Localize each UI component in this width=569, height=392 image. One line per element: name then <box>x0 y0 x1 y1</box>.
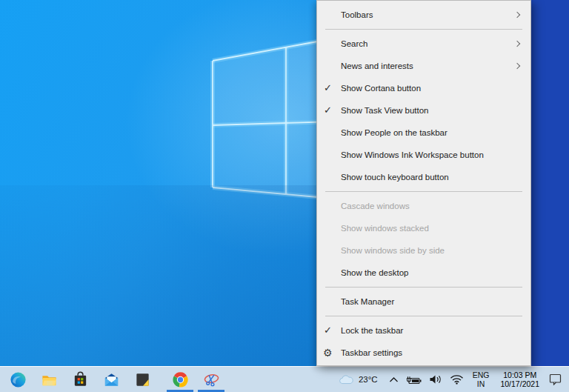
wifi-icon <box>450 374 464 385</box>
taskbar-app-sticky-notes[interactable] <box>127 367 158 392</box>
volume-control[interactable] <box>425 367 446 392</box>
submenu-arrow-icon <box>514 63 520 69</box>
menu-item-label: Show windows side by side <box>341 246 445 255</box>
language-region: IN <box>477 379 485 388</box>
taskbar-context-menu: Toolbars Search News and interests ✓ Sho… <box>316 0 531 366</box>
menu-item-label: Toolbars <box>341 10 373 19</box>
clock-time: 10:03 PM <box>500 371 539 380</box>
menu-item-show-cortana-button[interactable]: ✓ Show Cortana button <box>317 77 530 99</box>
show-hidden-icons-button[interactable] <box>385 367 402 392</box>
sticky-notes-icon <box>134 371 151 388</box>
menu-item-show-the-desktop[interactable]: Show the desktop <box>317 262 530 284</box>
menu-item-label: Search <box>341 39 367 48</box>
taskbar-app-edge[interactable] <box>2 367 33 392</box>
battery-status[interactable] <box>402 367 425 392</box>
menu-item-label: Lock the taskbar <box>341 326 403 335</box>
chrome-icon <box>172 371 189 388</box>
menu-separator <box>325 287 522 288</box>
menu-item-show-windows-stacked: Show windows stacked <box>317 217 530 239</box>
taskbar-app-chrome[interactable] <box>164 367 196 392</box>
edge-icon <box>10 371 27 388</box>
menu-separator <box>325 29 522 30</box>
wallpaper-floor-rays <box>0 185 348 366</box>
taskbar-app-mail[interactable] <box>96 367 127 392</box>
notification-icon <box>549 373 562 385</box>
action-center-button[interactable] <box>545 367 569 392</box>
taskbar: 23°C <box>0 366 569 392</box>
menu-item-show-people[interactable]: Show People on the taskbar <box>317 122 530 144</box>
chevron-up-icon <box>389 376 399 383</box>
menu-item-label: Cascade windows <box>341 202 410 210</box>
file-explorer-icon <box>41 371 58 388</box>
menu-separator <box>325 191 522 192</box>
taskbar-app-microsoft-store[interactable] <box>64 367 96 392</box>
checkmark-icon: ✓ <box>324 104 332 116</box>
language-code: ENG <box>473 371 490 379</box>
checkmark-icon: ✓ <box>324 325 332 336</box>
menu-item-show-touch-keyboard[interactable]: Show touch keyboard button <box>317 166 530 188</box>
weather-temperature: 23°C <box>359 375 378 384</box>
microsoft-store-icon <box>72 371 89 388</box>
menu-item-label: Task Manager <box>341 297 394 306</box>
menu-item-cascade-windows: Cascade windows <box>317 195 530 217</box>
weather-widget[interactable]: 23°C <box>334 367 385 392</box>
menu-item-task-manager[interactable]: Task Manager <box>317 290 530 313</box>
menu-item-show-ink-workspace[interactable]: Show Windows Ink Workspace button <box>317 144 530 166</box>
language-indicator[interactable]: ENG IN <box>467 367 495 392</box>
menu-item-label: Show Windows Ink Workspace button <box>341 150 484 159</box>
submenu-arrow-icon <box>514 41 520 47</box>
menu-item-label: Show Task View button <box>341 106 428 115</box>
menu-item-search[interactable]: Search <box>317 33 530 55</box>
checkmark-icon: ✓ <box>324 82 332 93</box>
menu-item-taskbar-settings[interactable]: ⚙ Taskbar settings <box>317 342 530 364</box>
menu-item-toolbars[interactable]: Toolbars <box>317 4 530 26</box>
menu-item-label: Show touch keyboard button <box>341 173 449 182</box>
menu-item-label: Show the desktop <box>341 268 408 277</box>
menu-item-news-and-interests[interactable]: News and interests <box>317 55 530 77</box>
clock-date: 10/17/2021 <box>500 379 539 389</box>
snipping-tool-icon <box>203 371 220 388</box>
menu-item-label: News and interests <box>341 62 413 70</box>
menu-separator <box>325 316 522 316</box>
taskbar-app-file-explorer[interactable] <box>33 367 64 392</box>
menu-item-show-windows-side-by-side: Show windows side by side <box>317 239 530 262</box>
speaker-icon <box>429 374 442 385</box>
menu-item-label: Show People on the taskbar <box>341 128 447 137</box>
network-status[interactable] <box>446 367 467 392</box>
menu-item-show-task-view-button[interactable]: ✓ Show Task View button <box>317 99 530 122</box>
taskbar-app-snipping-tool[interactable] <box>196 367 227 392</box>
battery-charging-icon <box>406 375 422 385</box>
submenu-arrow-icon <box>514 12 520 18</box>
clock[interactable]: 10:03 PM 10/17/2021 <box>494 367 545 392</box>
mail-icon <box>103 371 120 388</box>
menu-item-lock-the-taskbar[interactable]: ✓ Lock the taskbar <box>317 319 530 342</box>
system-tray: 23°C <box>334 367 569 392</box>
menu-item-label: Taskbar settings <box>341 348 402 357</box>
menu-item-label: Show Cortana button <box>341 84 421 93</box>
menu-item-label: Show windows stacked <box>341 224 429 233</box>
gear-icon: ⚙ <box>323 347 333 359</box>
weather-cloud-icon <box>338 374 354 385</box>
